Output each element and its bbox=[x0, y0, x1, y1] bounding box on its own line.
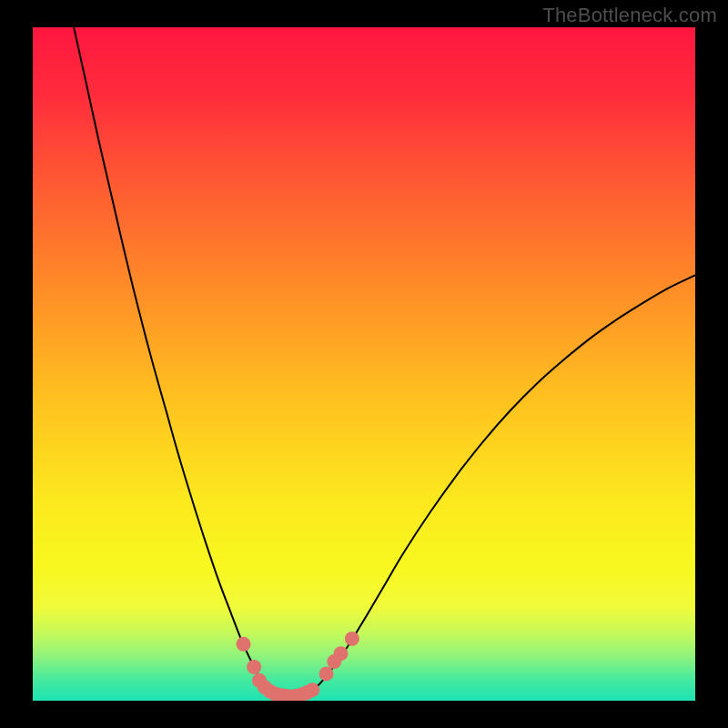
plot-background bbox=[33, 27, 695, 701]
chart-frame: TheBottleneck.com bbox=[0, 0, 728, 728]
bottom-markers-point bbox=[345, 632, 359, 646]
bottom-markers-point bbox=[334, 646, 349, 661]
bottom-markers-point bbox=[319, 666, 334, 681]
bottom-markers-point bbox=[305, 682, 319, 697]
bottom-markers-point bbox=[237, 637, 251, 652]
bottleneck-chart bbox=[0, 0, 728, 728]
bottom-markers-point bbox=[247, 660, 261, 674]
